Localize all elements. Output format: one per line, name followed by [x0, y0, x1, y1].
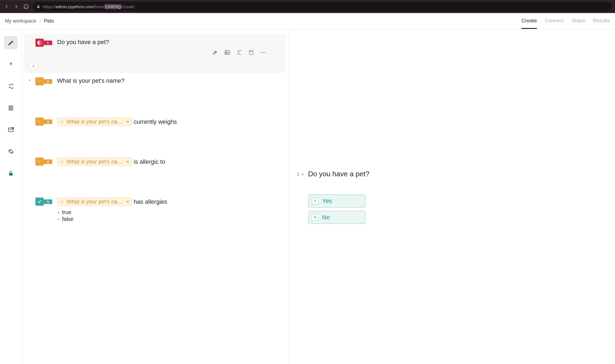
check-icon: [35, 198, 44, 206]
rail-design-button[interactable]: [4, 58, 18, 71]
option-item[interactable]: -false: [57, 216, 167, 222]
question-badge: 3: [35, 118, 52, 126]
question-title[interactable]: What is your pet's nam... ✕ currently we…: [57, 118, 177, 126]
question-badge: 1: [35, 39, 52, 47]
short-text-icon: [35, 77, 44, 85]
question-suffix: has allergies: [134, 198, 167, 205]
question-title[interactable]: Do you have a pet?: [57, 39, 109, 46]
question-row[interactable]: 4 What is your pet's nam... ✕ is allergi…: [24, 155, 286, 195]
required-indicator: [27, 199, 30, 204]
question-badge: 5: [35, 198, 52, 206]
calculator-icon[interactable]: [248, 49, 255, 56]
choice-yes[interactable]: Y Yes: [308, 195, 365, 208]
question-row[interactable]: 5 What is your pet's nam... ✕ has allerg…: [24, 195, 286, 224]
svg-point-4: [11, 108, 12, 109]
option-label: true: [62, 209, 71, 215]
yesno-icon: [35, 39, 44, 47]
choice-key: Y: [312, 198, 318, 204]
url-prefix: https://: [43, 4, 56, 9]
short-text-icon: [35, 118, 44, 126]
question-row[interactable]: 1 Do you have a pet?: [24, 34, 286, 73]
rail-calculator-button[interactable]: [4, 101, 18, 115]
svg-point-3: [11, 108, 11, 109]
svg-point-6: [11, 109, 11, 110]
short-text-icon: [60, 159, 64, 164]
breadcrumb-current[interactable]: Pets: [44, 18, 54, 24]
question-suffix: currently weighs: [134, 118, 177, 125]
more-icon[interactable]: [260, 49, 267, 56]
choice-label: No: [322, 214, 330, 221]
required-indicator: [27, 159, 30, 164]
rail-settings-button[interactable]: [4, 145, 18, 158]
url-host: admin.typeform.com: [56, 4, 94, 9]
choice-list: Y Yes N No: [297, 195, 607, 224]
svg-point-16: [263, 52, 264, 53]
nav-back-button[interactable]: [3, 3, 10, 10]
question-editor: 1 Do you have a pet?: [22, 29, 288, 364]
question-title[interactable]: What is your pet's nam... ✕ has allergie…: [57, 198, 167, 206]
browser-bar: https:// admin.typeform.com /form/ CIHFH…: [0, 0, 615, 13]
recall-pill[interactable]: What is your pet's nam... ✕: [57, 158, 132, 166]
svg-point-17: [265, 52, 266, 53]
url-path2: /create: [121, 4, 134, 9]
question-number: 1: [44, 41, 52, 45]
tabs: Create Connect Share Results: [521, 13, 610, 29]
svg-rect-1: [10, 107, 12, 108]
question-number: 2: [44, 79, 52, 84]
required-indicator: [27, 40, 30, 45]
logic-icon[interactable]: [236, 49, 243, 56]
recall-pill[interactable]: What is your pet's nam... ✕: [57, 118, 132, 126]
short-text-icon: [60, 199, 64, 204]
add-question-button[interactable]: [29, 62, 38, 70]
breadcrumb-sep: /: [39, 18, 41, 24]
lock-icon: [36, 5, 40, 8]
arrow-right-icon: [300, 172, 304, 176]
rail-unlock-button[interactable]: [4, 166, 18, 180]
breadcrumb-workspace[interactable]: My workspace: [5, 18, 36, 24]
option-item[interactable]: -true: [57, 209, 167, 215]
question-title[interactable]: What is your pet's name?: [57, 77, 125, 84]
nav-forward-button[interactable]: [13, 3, 20, 10]
recall-remove-icon[interactable]: ✕: [126, 159, 130, 164]
tab-connect[interactable]: Connect: [545, 13, 564, 29]
settings-wrench-icon[interactable]: [212, 49, 219, 56]
svg-point-7: [11, 109, 12, 110]
question-title[interactable]: What is your pet's nam... ✕ is allergic …: [57, 158, 165, 166]
recall-pill[interactable]: What is your pet's nam... ✕: [57, 198, 132, 206]
rail-logic-button[interactable]: [4, 79, 18, 93]
short-text-icon: [35, 158, 44, 166]
preview-pane: 1 Do you have a pet? Y Yes N No: [288, 29, 615, 364]
recall-remove-icon[interactable]: ✕: [126, 199, 130, 204]
app-bar: My workspace / Pets Create Connect Share…: [0, 13, 615, 29]
choice-label: Yes: [322, 198, 332, 205]
required-indicator: [27, 119, 30, 124]
nav-reload-button[interactable]: [23, 3, 29, 10]
rail-content-button[interactable]: [4, 36, 18, 50]
svg-point-5: [10, 109, 10, 110]
choice-no[interactable]: N No: [308, 211, 365, 224]
url-bar[interactable]: https:// admin.typeform.com /form/ CIHFH…: [33, 2, 612, 11]
svg-point-9: [12, 127, 14, 129]
question-row[interactable]: 3 What is your pet's nam... ✕ currently …: [24, 115, 286, 155]
svg-point-2: [10, 108, 10, 109]
question-toolbar: [212, 49, 267, 56]
tab-create[interactable]: Create: [521, 13, 537, 29]
preview-number: 1: [297, 172, 304, 177]
question-number: 4: [44, 159, 52, 164]
question-suffix: is allergic to: [134, 158, 165, 165]
tab-results[interactable]: Results: [593, 13, 610, 29]
rail-followups-button[interactable]: [4, 123, 18, 137]
required-indicator: *: [27, 79, 30, 84]
short-text-icon: [60, 119, 64, 124]
recall-remove-icon[interactable]: ✕: [126, 119, 130, 124]
choice-key: N: [312, 214, 318, 221]
breadcrumb: My workspace / Pets: [5, 18, 54, 24]
image-icon[interactable]: [224, 49, 231, 56]
recall-text: What is your pet's nam...: [67, 159, 124, 165]
recall-text: What is your pet's nam...: [67, 199, 124, 205]
question-number: 3: [44, 119, 52, 124]
option-label: false: [62, 216, 73, 222]
svg-point-13: [226, 51, 227, 53]
question-row[interactable]: * 2 What is your pet's name?: [24, 73, 286, 115]
tab-share[interactable]: Share: [571, 13, 585, 29]
